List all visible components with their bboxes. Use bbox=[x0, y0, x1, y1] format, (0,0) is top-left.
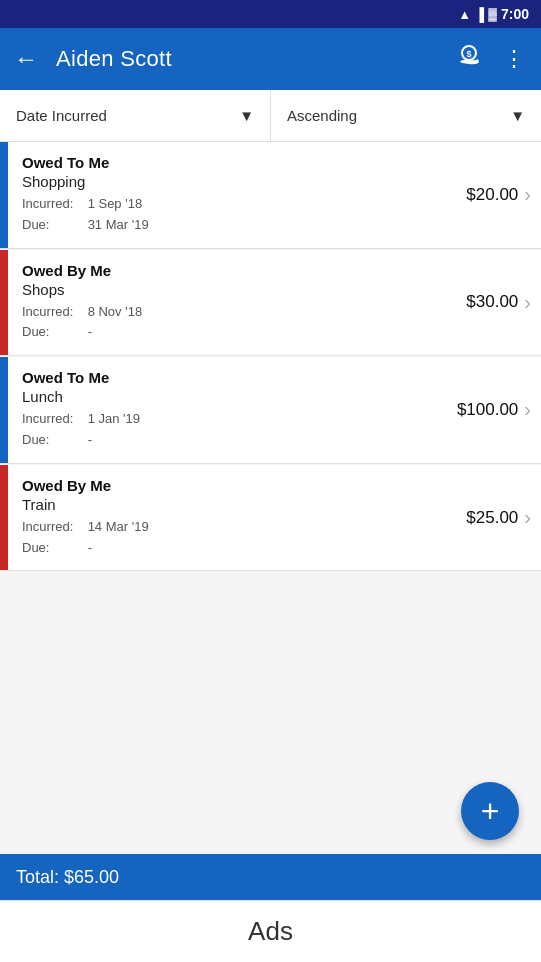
fab-container: + bbox=[0, 774, 541, 854]
debt-type-indicator bbox=[0, 142, 8, 248]
debt-amount-col: $20.00 › bbox=[466, 142, 541, 248]
debt-type-indicator bbox=[0, 465, 8, 571]
wifi-icon: ▲ bbox=[458, 7, 471, 22]
debt-type-label: Owed To Me bbox=[22, 369, 447, 386]
due-label: Due: bbox=[22, 215, 84, 236]
incurred-date: 1 Jan '19 bbox=[88, 411, 140, 426]
incurred-date: 8 Nov '18 bbox=[88, 304, 143, 319]
debt-list-item[interactable]: Owed By Me Train Incurred: 14 Mar '19 Du… bbox=[0, 465, 541, 572]
chevron-right-icon: › bbox=[520, 398, 535, 421]
debt-amount-col: $100.00 › bbox=[457, 357, 541, 463]
debt-list-item[interactable]: Owed To Me Shopping Incurred: 1 Sep '18 … bbox=[0, 142, 541, 249]
sort-field-label: Date Incurred bbox=[16, 107, 107, 124]
debt-amount: $25.00 bbox=[466, 508, 518, 528]
ads-bar: Ads bbox=[0, 900, 541, 962]
app-bar: ← Aiden Scott $ ⋮ bbox=[0, 28, 541, 90]
total-bar: Total: $65.00 bbox=[0, 854, 541, 900]
total-label: Total: $65.00 bbox=[16, 867, 119, 888]
app-title: Aiden Scott bbox=[56, 46, 439, 72]
sort-field-dropdown[interactable]: Date Incurred ▼ bbox=[0, 90, 271, 141]
svg-text:$: $ bbox=[466, 49, 471, 59]
status-time: 7:00 bbox=[501, 6, 529, 22]
debt-name: Train bbox=[22, 496, 456, 513]
debt-amount: $20.00 bbox=[466, 185, 518, 205]
debt-amount-col: $30.00 › bbox=[466, 250, 541, 356]
due-label: Due: bbox=[22, 430, 84, 451]
debt-amount: $100.00 bbox=[457, 400, 518, 420]
incurred-label: Incurred: bbox=[22, 409, 84, 430]
incurred-label: Incurred: bbox=[22, 302, 84, 323]
debt-dates: Incurred: 14 Mar '19 Due: - bbox=[22, 517, 456, 559]
due-date: - bbox=[88, 540, 92, 555]
debt-type-indicator bbox=[0, 250, 8, 356]
debt-info: Owed To Me Shopping Incurred: 1 Sep '18 … bbox=[8, 142, 466, 248]
incurred-date: 1 Sep '18 bbox=[88, 196, 143, 211]
status-icons: ▲ ▐ ▓ 7:00 bbox=[458, 6, 529, 22]
chevron-right-icon: › bbox=[520, 183, 535, 206]
debt-type-label: Owed By Me bbox=[22, 262, 456, 279]
debt-amount: $30.00 bbox=[466, 292, 518, 312]
debt-name: Lunch bbox=[22, 388, 447, 405]
incurred-label: Incurred: bbox=[22, 517, 84, 538]
due-date: - bbox=[88, 324, 92, 339]
debt-dates: Incurred: 8 Nov '18 Due: - bbox=[22, 302, 456, 344]
add-icon: + bbox=[481, 793, 500, 830]
debt-amount-col: $25.00 › bbox=[466, 465, 541, 571]
due-label: Due: bbox=[22, 322, 84, 343]
debt-dates: Incurred: 1 Sep '18 Due: 31 Mar '19 bbox=[22, 194, 456, 236]
sort-bar: Date Incurred ▼ Ascending ▼ bbox=[0, 90, 541, 142]
debt-type-indicator bbox=[0, 357, 8, 463]
more-button[interactable]: ⋮ bbox=[495, 38, 533, 80]
signal-icon: ▐ bbox=[475, 7, 484, 22]
debt-list-item[interactable]: Owed To Me Lunch Incurred: 1 Jan '19 Due… bbox=[0, 357, 541, 464]
debt-list: Owed To Me Shopping Incurred: 1 Sep '18 … bbox=[0, 142, 541, 774]
chevron-right-icon: › bbox=[520, 506, 535, 529]
add-debt-button[interactable]: + bbox=[461, 782, 519, 840]
debt-name: Shops bbox=[22, 281, 456, 298]
ads-label: Ads bbox=[248, 916, 293, 947]
battery-icon: ▓ bbox=[488, 7, 497, 21]
incurred-label: Incurred: bbox=[22, 194, 84, 215]
debt-list-item[interactable]: Owed By Me Shops Incurred: 8 Nov '18 Due… bbox=[0, 250, 541, 357]
coin-button[interactable]: $ bbox=[447, 34, 491, 84]
debt-info: Owed To Me Lunch Incurred: 1 Jan '19 Due… bbox=[8, 357, 457, 463]
app-bar-actions: $ ⋮ bbox=[447, 34, 533, 84]
debt-type-label: Owed By Me bbox=[22, 477, 456, 494]
due-date: 31 Mar '19 bbox=[88, 217, 149, 232]
debt-info: Owed By Me Train Incurred: 14 Mar '19 Du… bbox=[8, 465, 466, 571]
debt-name: Shopping bbox=[22, 173, 456, 190]
sort-order-label: Ascending bbox=[287, 107, 357, 124]
debt-type-label: Owed To Me bbox=[22, 154, 456, 171]
incurred-date: 14 Mar '19 bbox=[88, 519, 149, 534]
back-icon: ← bbox=[14, 45, 38, 73]
due-label: Due: bbox=[22, 538, 84, 559]
sort-order-dropdown[interactable]: Ascending ▼ bbox=[271, 90, 541, 141]
sort-order-arrow: ▼ bbox=[510, 107, 525, 124]
debt-dates: Incurred: 1 Jan '19 Due: - bbox=[22, 409, 447, 451]
sort-field-arrow: ▼ bbox=[239, 107, 254, 124]
chevron-right-icon: › bbox=[520, 291, 535, 314]
debt-info: Owed By Me Shops Incurred: 8 Nov '18 Due… bbox=[8, 250, 466, 356]
back-button[interactable]: ← bbox=[4, 35, 48, 83]
coin-icon: $ bbox=[455, 42, 483, 76]
more-icon: ⋮ bbox=[503, 46, 525, 72]
due-date: - bbox=[88, 432, 92, 447]
status-bar: ▲ ▐ ▓ 7:00 bbox=[0, 0, 541, 28]
